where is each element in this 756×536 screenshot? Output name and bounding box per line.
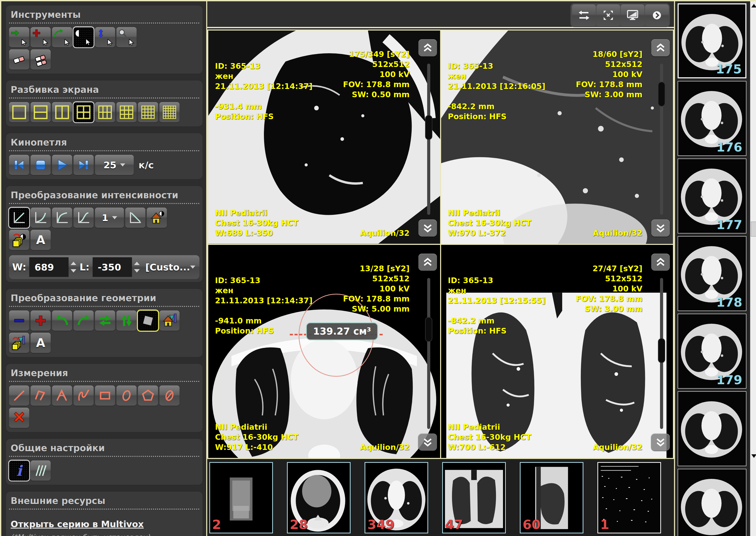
series-thumb-axial-soft[interactable]: 28 [287, 462, 350, 533]
reset-geometry-button[interactable] [160, 311, 180, 331]
zoom-out-button[interactable] [9, 311, 29, 331]
viewport-coronal[interactable]: ID: 365-13 жен 21.11.2013 [12:15:55] -84… [441, 245, 673, 458]
slice-thumb[interactable]: 175 [678, 3, 746, 78]
rotate-tool-button[interactable] [52, 27, 72, 47]
series-thumb-sagittal[interactable]: 60 [520, 462, 583, 533]
slice-up-button[interactable] [651, 39, 670, 56]
layout-2-cols-button[interactable] [52, 102, 72, 122]
dual-monitor-button[interactable] [621, 4, 644, 26]
layout-4x4-button[interactable] [138, 102, 158, 122]
curve-sigmoid-button[interactable] [73, 208, 94, 228]
series-thumb-coronal[interactable]: 47 [442, 462, 506, 533]
measure-angle-button[interactable] [52, 385, 72, 406]
next-panel-button[interactable] [645, 4, 669, 26]
swap-series-button[interactable] [572, 4, 596, 26]
measure-curve-button[interactable] [73, 385, 94, 406]
series-thumb-scout[interactable]: 2 [209, 462, 273, 533]
slice-down-button[interactable] [418, 219, 437, 237]
rotate-right-button[interactable] [73, 311, 94, 331]
slice-up-button[interactable] [418, 39, 437, 56]
scroll-down-arrow-icon[interactable] [751, 454, 756, 458]
invert-curve-button[interactable] [125, 208, 145, 228]
section-geometry-title: Преобразование геометрии [9, 290, 199, 307]
slice-scrollbar[interactable] [660, 64, 663, 215]
slice-up-button[interactable] [418, 254, 437, 271]
wl-preset-dropdown[interactable]: [Custo... [142, 257, 199, 277]
window-level-tool-button[interactable] [73, 27, 94, 47]
layout-3x2-button[interactable] [95, 102, 115, 122]
layout-2-rows-button[interactable] [30, 102, 51, 122]
slice-scroll-thumb[interactable] [425, 317, 432, 342]
zoom-in-button[interactable] [30, 311, 51, 331]
play-button[interactable] [52, 155, 72, 175]
measure-ellipse-button[interactable] [117, 385, 137, 406]
layout-2x2-button[interactable] [73, 102, 94, 122]
reference-lines-button[interactable] [30, 460, 51, 481]
cursor-icon [41, 39, 49, 46]
viewport-mpr-oblique[interactable]: ID: 365-13 жен 21.11.2013 [12:16:05] -84… [441, 30, 673, 244]
thumbnail-scroll-thumb[interactable] [751, 221, 756, 237]
slice-scroll-thumb[interactable] [425, 115, 432, 140]
layout-1x1-button[interactable] [9, 102, 29, 122]
slice-scrollbar[interactable] [427, 278, 430, 429]
slice-down-button[interactable] [418, 434, 437, 451]
crosshair-tool-button[interactable] [30, 27, 51, 47]
scroll-up-arrow-icon[interactable] [751, 4, 756, 8]
window-width-input[interactable] [29, 257, 69, 277]
curve-exponential-button[interactable] [30, 208, 51, 228]
thumbnail-scrollbar[interactable] [750, 1, 756, 536]
delete-measurements-button[interactable] [9, 408, 29, 428]
erase-all-button[interactable] [30, 50, 51, 70]
slice-up-button[interactable] [651, 254, 670, 271]
rotate-left-button[interactable] [52, 311, 72, 331]
slice-scroll-thumb[interactable] [658, 82, 665, 107]
move-tool-button[interactable] [9, 27, 29, 47]
auto-intensity-button[interactable]: A [30, 230, 51, 250]
auto-geometry-button[interactable]: A [30, 333, 51, 353]
slice-scrollbar[interactable] [660, 278, 663, 429]
fullscreen-button[interactable] [596, 4, 620, 26]
series-thumb-axial-lung[interactable]: 349 [365, 462, 428, 533]
layout-3x3-button[interactable] [117, 102, 137, 122]
eraser-button[interactable] [9, 50, 29, 70]
measure-ellipse-axes-button[interactable] [160, 385, 180, 406]
slice-thumb[interactable]: 179 [678, 314, 746, 388]
measure-line-button[interactable] [9, 385, 29, 406]
slice-down-button[interactable] [651, 219, 670, 237]
flip-horizontal-button[interactable] [95, 311, 115, 331]
window-width-stepper[interactable] [71, 257, 76, 277]
slice-scroll-thumb[interactable] [658, 338, 665, 363]
slice-thumb[interactable] [678, 391, 746, 466]
first-frame-button[interactable] [9, 155, 29, 175]
free-rotate-button[interactable] [138, 311, 158, 331]
apply-geometry-all-button[interactable] [9, 333, 29, 353]
apply-intensity-all-button[interactable] [9, 230, 29, 250]
slice-scrollbar[interactable] [427, 64, 430, 215]
curve-preset-dropdown[interactable]: 1 [95, 208, 124, 228]
slice-thumb[interactable]: 177 [678, 158, 746, 233]
slice-thumb[interactable] [678, 469, 746, 536]
flip-vertical-button[interactable] [117, 311, 137, 331]
viewport-axial-measure[interactable]: 139.27 см³ ID: 365-13 жен 21.11.2013 [12… [208, 245, 440, 458]
window-level-stepper[interactable] [134, 257, 140, 277]
stop-button[interactable] [30, 155, 51, 175]
slice-thumb[interactable]: 178 [678, 236, 746, 311]
viewport-axial-zoomed[interactable]: ID: 365-13 жен 21.11.2013 [12:14:37] -93… [208, 30, 440, 244]
layout-5x5-button[interactable] [160, 102, 180, 122]
slice-down-button[interactable] [651, 434, 670, 451]
measure-polyline-button[interactable] [30, 385, 51, 406]
curve-logarithmic-button[interactable] [52, 208, 72, 228]
magnify-tool-button[interactable] [117, 27, 137, 47]
scroll-slices-tool-button[interactable] [95, 27, 115, 47]
window-level-input[interactable] [92, 257, 132, 277]
fps-dropdown[interactable]: 25 [95, 155, 134, 175]
reset-intensity-button[interactable] [147, 208, 167, 228]
series-thumb-report[interactable]: 1 [597, 462, 661, 533]
curve-linear-button[interactable] [9, 208, 29, 228]
info-overlay-button[interactable]: i [9, 460, 29, 481]
slice-thumb[interactable]: 176 [678, 81, 746, 156]
measure-rectangle-button[interactable] [95, 385, 115, 406]
last-frame-button[interactable] [73, 155, 94, 175]
open-in-multivox-link[interactable]: Открыть серию в Multivox [11, 519, 144, 529]
measure-polygon-button[interactable] [138, 385, 158, 406]
